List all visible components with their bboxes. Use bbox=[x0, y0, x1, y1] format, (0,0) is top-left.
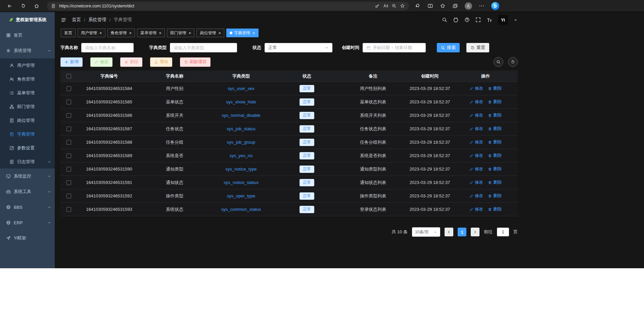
row-delete-link[interactable]: 删除 bbox=[488, 139, 502, 145]
sidebar-toggle-icon[interactable] bbox=[61, 17, 66, 23]
dict-type-link[interactable]: sys_common_status bbox=[221, 207, 261, 212]
dict-name-input[interactable] bbox=[81, 43, 134, 52]
browser-back-button[interactable] bbox=[4, 1, 15, 11]
dict-type-link[interactable]: sys_show_hide bbox=[226, 99, 256, 104]
row-edit-link[interactable]: 修改 bbox=[469, 193, 483, 199]
address-bar[interactable]: https://ccnetcore.com:1101/system/dict bbox=[47, 2, 409, 10]
search-button[interactable]: 搜索 bbox=[437, 43, 460, 52]
row-edit-link[interactable]: 修改 bbox=[469, 166, 483, 172]
row-delete-link[interactable]: 删除 bbox=[488, 112, 502, 118]
row-delete-link[interactable]: 删除 bbox=[488, 126, 502, 132]
row-checkbox[interactable] bbox=[66, 153, 71, 158]
row-edit-link[interactable]: 修改 bbox=[469, 112, 483, 118]
favorite-star-icon[interactable] bbox=[400, 3, 405, 8]
dict-type-link[interactable]: sys_notice_status bbox=[224, 180, 258, 185]
row-checkbox[interactable] bbox=[66, 127, 71, 131]
add-button[interactable]: 新增 bbox=[60, 57, 83, 67]
dict-type-link[interactable]: sys_normal_disable bbox=[222, 113, 261, 118]
sidebar-item-parameter-settings[interactable]: 参数设置 bbox=[0, 141, 55, 155]
select-all-checkbox[interactable] bbox=[66, 74, 71, 79]
browser-menu-icon[interactable] bbox=[479, 3, 485, 9]
tab-close-icon[interactable]: × bbox=[218, 31, 221, 35]
favorites-bar-icon[interactable] bbox=[440, 3, 446, 9]
user-avatar[interactable]: Yi bbox=[498, 15, 508, 25]
avatar-dropdown-icon[interactable] bbox=[514, 18, 517, 22]
font-size-icon[interactable] bbox=[487, 17, 492, 23]
collections-icon[interactable] bbox=[452, 3, 458, 9]
breadcrumb-home[interactable]: 首页 bbox=[72, 17, 81, 23]
row-checkbox[interactable] bbox=[66, 180, 71, 185]
tab-close-icon[interactable]: × bbox=[129, 31, 132, 35]
tab[interactable]: 字典管理 × bbox=[226, 29, 259, 37]
browser-profile-avatar[interactable] bbox=[465, 2, 472, 10]
tab[interactable]: 部门管理 × bbox=[167, 29, 195, 37]
help-icon[interactable] bbox=[464, 17, 470, 22]
row-delete-link[interactable]: 删除 bbox=[488, 206, 502, 212]
goto-page-input[interactable]: 1 bbox=[497, 228, 509, 236]
toggle-search-button[interactable] bbox=[494, 57, 503, 67]
row-checkbox[interactable] bbox=[66, 207, 71, 212]
dict-type-link[interactable]: sys_yes_no bbox=[230, 153, 253, 158]
app-logo[interactable]: 意框架管理系统 bbox=[0, 12, 55, 28]
tab[interactable]: 菜单管理 × bbox=[137, 29, 165, 37]
status-select[interactable]: 正常 bbox=[265, 43, 332, 52]
row-edit-link[interactable]: 修改 bbox=[469, 86, 483, 91]
tab-close-icon[interactable]: × bbox=[189, 31, 191, 35]
dict-type-link[interactable]: sys_job_group bbox=[227, 140, 256, 145]
browser-refresh-button[interactable] bbox=[17, 1, 29, 11]
next-page-button[interactable] bbox=[471, 228, 479, 236]
refresh-table-button[interactable] bbox=[508, 57, 518, 67]
row-checkbox[interactable] bbox=[66, 113, 71, 118]
dict-type-link[interactable]: sys_notice_type bbox=[225, 167, 257, 172]
row-checkbox[interactable] bbox=[66, 167, 71, 172]
dict-type-input[interactable] bbox=[170, 43, 237, 52]
row-edit-link[interactable]: 修改 bbox=[469, 126, 483, 132]
row-delete-link[interactable]: 删除 bbox=[488, 166, 502, 172]
row-delete-link[interactable]: 删除 bbox=[488, 99, 502, 105]
breadcrumb-system[interactable]: 系统管理 bbox=[88, 17, 106, 23]
sidebar-item-menu-management[interactable]: 菜单管理 bbox=[0, 86, 55, 100]
edit-button[interactable]: 修改 bbox=[90, 57, 112, 67]
sidebar-item-log-management[interactable]: 日志管理 bbox=[0, 155, 55, 169]
extensions-icon[interactable] bbox=[415, 3, 421, 9]
password-key-icon[interactable] bbox=[375, 3, 380, 8]
row-delete-link[interactable]: 删除 bbox=[488, 180, 502, 185]
sidebar-item-erp[interactable]: ERP bbox=[0, 215, 55, 230]
dict-type-link[interactable]: sys_user_sex bbox=[228, 86, 254, 91]
tab-close-icon[interactable]: × bbox=[99, 31, 102, 35]
page-number-button[interactable]: 1 bbox=[458, 228, 466, 236]
sidebar-item-user-management[interactable]: 用户管理 bbox=[0, 58, 55, 72]
tab-close-icon[interactable]: × bbox=[159, 31, 162, 35]
bing-icon[interactable]: b bbox=[491, 2, 499, 10]
sidebar-item-system-monitor[interactable]: 系统监控 bbox=[0, 169, 55, 184]
row-delete-link[interactable]: 删除 bbox=[488, 86, 502, 91]
row-edit-link[interactable]: 修改 bbox=[469, 153, 483, 158]
date-range-picker[interactable]: 开始日期 - 结束日期 bbox=[363, 43, 426, 52]
url-text[interactable]: https://ccnetcore.com:1101/system/dict bbox=[59, 3, 371, 8]
delete-button[interactable]: 删除 bbox=[120, 57, 142, 67]
dict-type-link[interactable]: sys_job_status bbox=[227, 126, 256, 131]
sidebar-item-system-management[interactable]: 系统管理 bbox=[0, 43, 55, 58]
sidebar-item-dict-management[interactable]: 字典管理 bbox=[0, 127, 55, 141]
sidebar-item-department-management[interactable]: 部门管理 bbox=[0, 100, 55, 113]
tab-close-icon[interactable]: × bbox=[252, 31, 255, 35]
export-button[interactable]: 导出 bbox=[150, 57, 172, 67]
tab[interactable]: 首页 × bbox=[61, 29, 76, 37]
row-delete-link[interactable]: 删除 bbox=[488, 153, 502, 158]
tab[interactable]: 用户管理 × bbox=[78, 29, 105, 37]
dict-type-link[interactable]: sys_oper_type bbox=[227, 193, 256, 198]
row-checkbox[interactable] bbox=[66, 140, 71, 145]
zoom-out-icon[interactable] bbox=[392, 3, 397, 8]
row-edit-link[interactable]: 修改 bbox=[469, 180, 483, 185]
refresh-cache-button[interactable]: 刷新缓存 bbox=[180, 57, 211, 67]
sidebar-item-yi-framework[interactable]: Yi框架 bbox=[0, 230, 55, 246]
row-delete-link[interactable]: 删除 bbox=[488, 193, 502, 199]
prev-page-button[interactable] bbox=[445, 228, 453, 236]
tab[interactable]: 岗位管理 × bbox=[196, 29, 224, 37]
sidebar-item-home[interactable]: 首页 bbox=[0, 28, 55, 43]
browser-home-button[interactable] bbox=[31, 1, 42, 11]
reset-button[interactable]: 重置 bbox=[466, 43, 489, 52]
github-icon[interactable] bbox=[453, 17, 459, 23]
split-screen-icon[interactable] bbox=[427, 3, 433, 9]
fullscreen-icon[interactable] bbox=[475, 17, 481, 22]
